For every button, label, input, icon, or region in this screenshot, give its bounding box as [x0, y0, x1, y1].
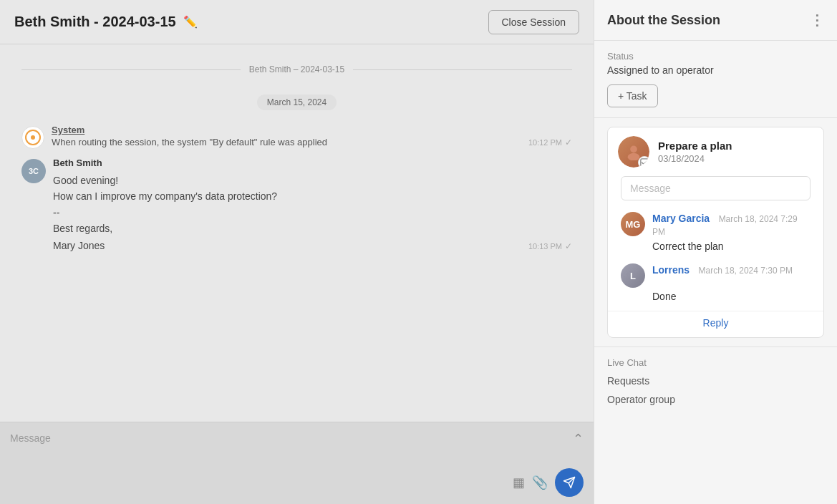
- user-content: Beth Smith Good evening! How can I impro…: [53, 158, 572, 251]
- system-icon-inner: [25, 130, 41, 145]
- message-input-bottom: ▦ 📎: [10, 462, 584, 497]
- date-badge-text: March 15, 2024: [257, 94, 337, 110]
- check-icon: ✓: [565, 241, 572, 251]
- session-divider: Beth Smith – 2024-03-15: [21, 64, 572, 74]
- chevron-up-icon[interactable]: ⌃: [573, 431, 584, 447]
- comment-header: MG Mary Garcia March 18, 2024 7:29 PM: [621, 212, 811, 238]
- comment-text: Done: [621, 291, 811, 302]
- comment-text: Correct the plan: [621, 241, 811, 252]
- comment-header: L Lorrens March 18, 2024 7:30 PM: [621, 263, 811, 288]
- close-session-button[interactable]: Close Session: [488, 10, 580, 34]
- page-title: Beth Smith - 2024-03-15: [14, 14, 176, 30]
- comment-author: Lorrens: [652, 264, 690, 276]
- message-input-area: Message ⌃ ▦ 📎: [0, 422, 594, 504]
- avatar: 3C: [21, 159, 46, 183]
- message-input-top: Message ⌃: [10, 430, 584, 447]
- user-message: 3C Beth Smith Good evening! How can I im…: [21, 158, 572, 251]
- svg-point-0: [630, 146, 637, 153]
- bottom-info: Live Chat Requests Operator group: [594, 346, 837, 422]
- task-avatar: [618, 136, 649, 168]
- task-comment: MG Mary Garcia March 18, 2024 7:29 PM Co…: [608, 206, 823, 258]
- requests-value: Requests: [607, 375, 824, 387]
- live-chat-item: Live Chat: [607, 357, 824, 368]
- requests-item: Requests: [607, 375, 824, 387]
- system-sender: System: [52, 125, 572, 135]
- system-icon-dot: [31, 135, 35, 140]
- reply-button[interactable]: Reply: [703, 317, 729, 329]
- user-sender: Beth Smith: [53, 158, 572, 168]
- right-panel: About the Session ⋮ Status Assigned to a…: [594, 0, 837, 504]
- operator-group-value: Operator group: [607, 394, 824, 405]
- comment-avatar: L: [621, 263, 645, 288]
- live-chat-label: Live Chat: [607, 357, 824, 368]
- system-icon: [21, 126, 44, 149]
- template-icon[interactable]: ▦: [513, 475, 525, 490]
- user-signature: Mary Jones: [53, 240, 105, 251]
- more-options-icon[interactable]: ⋮: [810, 11, 824, 29]
- task-badge-icon: [638, 156, 649, 168]
- edit-icon[interactable]: ✏️: [183, 15, 198, 29]
- system-text: When routing the session, the system "By…: [52, 137, 327, 147]
- left-panel: Beth Smith - 2024-03-15 ✏️ Close Session…: [0, 0, 594, 504]
- chat-header: Beth Smith - 2024-03-15 ✏️ Close Session: [0, 0, 594, 44]
- session-label: Beth Smith – 2024-03-15: [241, 64, 353, 74]
- task-card: Prepare a plan 03/18/2024 Message MG Mar…: [607, 127, 824, 338]
- system-content: System When routing the session, the sys…: [52, 125, 572, 147]
- task-date: 03/18/2024: [658, 153, 813, 164]
- send-button[interactable]: [555, 468, 584, 497]
- task-comment: L Lorrens March 18, 2024 7:30 PM Done: [608, 258, 823, 308]
- comment-meta: Lorrens March 18, 2024 7:30 PM: [652, 263, 811, 276]
- system-text-row: When routing the session, the system "By…: [52, 137, 572, 147]
- task-message-input[interactable]: Message: [621, 176, 811, 200]
- task-info: Prepare a plan 03/18/2024: [658, 140, 813, 164]
- comment-time: March 18, 2024 7:30 PM: [699, 266, 793, 276]
- user-message-time: 10:13 PM ✓: [528, 241, 572, 251]
- message-placeholder[interactable]: Message: [10, 430, 573, 447]
- about-title: About the Session: [607, 13, 720, 28]
- status-section: Status Assigned to an operator + Task: [594, 41, 837, 118]
- attach-icon[interactable]: 📎: [532, 475, 548, 490]
- system-message: System When routing the session, the sys…: [21, 125, 572, 149]
- user-text-last-row: Mary Jones 10:13 PM ✓: [53, 240, 572, 251]
- add-task-button[interactable]: + Task: [607, 84, 658, 107]
- task-reply-row: Reply: [608, 311, 823, 337]
- status-value: Assigned to an operator: [607, 64, 824, 76]
- comment-author: Mary Garcia: [652, 213, 710, 224]
- operator-group-item: Operator group: [607, 394, 824, 405]
- task-card-header: Prepare a plan 03/18/2024: [608, 127, 823, 176]
- task-name: Prepare a plan: [658, 140, 813, 152]
- chat-area: Beth Smith – 2024-03-15 March 15, 2024 S…: [0, 44, 594, 422]
- check-icon: ✓: [565, 137, 572, 147]
- system-message-time: 10:12 PM ✓: [528, 137, 572, 147]
- user-text: Good evening! How can I improve my compa…: [53, 173, 572, 237]
- right-header: About the Session ⋮: [594, 0, 837, 41]
- header-title-area: Beth Smith - 2024-03-15 ✏️: [14, 14, 198, 30]
- comment-avatar: MG: [621, 212, 645, 236]
- date-badge: March 15, 2024: [21, 94, 572, 110]
- comment-meta: Mary Garcia March 18, 2024 7:29 PM: [652, 212, 811, 238]
- status-label: Status: [607, 51, 824, 62]
